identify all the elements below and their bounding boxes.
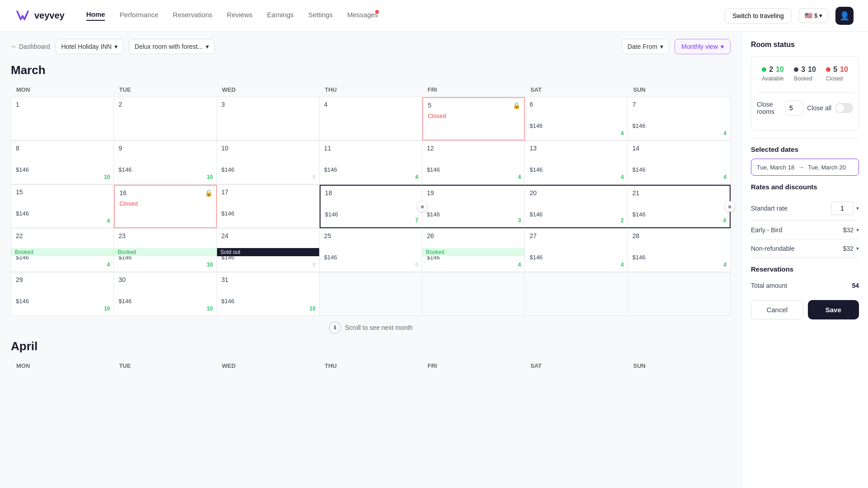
room-chevron-icon: ▾	[206, 43, 209, 50]
standard-rate-label: Standart rate	[751, 205, 788, 212]
currency-selector[interactable]: 🇺🇸 $ ▾	[799, 8, 828, 23]
user-avatar[interactable]: 👤	[835, 7, 854, 25]
dow-mon: MON	[11, 83, 113, 97]
cal-cell-23[interactable]: 23 Booked $146 10	[114, 229, 217, 272]
cal-cell-20[interactable]: 20 $146 2	[525, 185, 627, 228]
cal-cell-5[interactable]: 5 🔒 Closed	[422, 97, 525, 141]
day-num-10: 10	[222, 145, 229, 152]
cal-cell-28[interactable]: 28 $146 4	[628, 229, 731, 272]
cancel-button[interactable]: Cancel	[751, 300, 803, 319]
avail-25: 0	[415, 262, 418, 268]
date-arrow-icon: →	[798, 164, 804, 171]
status-closed: 5 10 Closed	[822, 62, 852, 85]
dow-sat: SAT	[525, 83, 627, 97]
avail-28: 4	[723, 262, 726, 268]
cal-cell-2[interactable]: 2	[114, 97, 217, 141]
booked-bar-23: Booked	[114, 248, 216, 256]
day-num-5: 5	[428, 102, 431, 109]
nav-settings[interactable]: Settings	[308, 11, 333, 20]
cal-cell-30[interactable]: 30 $146 10	[114, 272, 217, 316]
nav-reviews[interactable]: Reviews	[227, 11, 253, 20]
switch-to-traveling-button[interactable]: Switch to traveling	[725, 8, 792, 23]
dow-tue: TUE	[113, 83, 216, 97]
avail-8: 10	[104, 174, 110, 180]
cal-cell-6[interactable]: 6 $146 4	[525, 97, 627, 141]
booked-rooms: 10	[808, 66, 816, 74]
room-selector[interactable]: Delux room with forest... ▾	[129, 39, 215, 54]
cal-cell-26[interactable]: 26 Booked $146 4	[422, 229, 525, 272]
hotel-selector[interactable]: Hotel Holiday INN ▾	[56, 39, 123, 54]
standard-rate-chevron[interactable]: ▾	[856, 205, 859, 211]
avail-10: 0	[312, 174, 316, 180]
cal-cell-18[interactable]: 18 $146 7	[320, 185, 422, 228]
nav-performance[interactable]: Performance	[119, 11, 158, 20]
save-button[interactable]: Save	[808, 300, 859, 319]
cal-cell-empty3	[525, 272, 627, 316]
march-week1: 1 2 3 4 5	[11, 97, 731, 141]
logo-text: veyvey	[34, 10, 65, 21]
cal-cell-12[interactable]: 12 $146 4	[422, 141, 525, 184]
cal-cell-27[interactable]: 27 $146 4	[525, 229, 627, 272]
cal-cell-14[interactable]: 14 $146 4	[628, 141, 731, 184]
total-row: Total amount 54	[751, 278, 859, 293]
cal-cell-11[interactable]: 11 $146 4	[320, 141, 422, 184]
day-num-23: 23	[118, 232, 126, 239]
cal-cell-9[interactable]: 9 $146 10	[114, 141, 217, 184]
march-week3: 15 $146 4 16 🔒 Closed 17 $146	[11, 184, 731, 228]
drag-handle-right[interactable]: ⊕	[724, 201, 735, 212]
price-17: $146	[222, 210, 315, 217]
total-label: Total amount	[751, 282, 787, 289]
cal-cell-3[interactable]: 3	[217, 97, 320, 141]
cal-cell-1[interactable]: 1	[11, 97, 114, 141]
booked-count: 3	[801, 66, 805, 74]
avail-23: 10	[207, 262, 212, 268]
cal-cell-4[interactable]: 4	[320, 97, 422, 141]
avail-19: 3	[518, 217, 521, 224]
cal-cell-16[interactable]: 16 🔒 Closed	[114, 185, 217, 228]
nav-right: Switch to traveling 🇺🇸 $ ▾ 👤	[725, 7, 854, 25]
standard-rate-input[interactable]	[831, 202, 854, 215]
early-bird-chevron[interactable]: ▾	[856, 227, 859, 233]
price-11: $146	[324, 166, 417, 173]
day-num-6: 6	[529, 101, 533, 108]
cal-cell-22[interactable]: 22 Booked $146 4	[11, 229, 114, 272]
cal-cell-25[interactable]: 25 $146 0	[320, 229, 422, 272]
cal-cell-7[interactable]: 7 $146 4	[628, 97, 731, 141]
date-range-selector[interactable]: Tue, March 18 → Tue, March 20	[751, 159, 859, 176]
reservations-title: Reservations	[751, 265, 859, 273]
avail-14: 4	[723, 174, 726, 180]
day-num-9: 9	[118, 145, 122, 152]
cal-cell-8[interactable]: 8 $146 10	[11, 141, 114, 184]
avail-18: 7	[415, 217, 418, 224]
nav-messages[interactable]: Messages	[347, 11, 378, 20]
non-refundable-price: $32	[843, 245, 854, 252]
close-all-toggle[interactable]	[835, 103, 853, 113]
cal-cell-19[interactable]: ⊕ 19 $146 3	[422, 185, 525, 228]
cal-cell-15[interactable]: 15 $146 4	[11, 185, 114, 228]
status-available: 2 10 Available	[758, 62, 788, 85]
day-num-28: 28	[632, 232, 640, 239]
cal-cell-17[interactable]: 17 $146	[217, 185, 320, 228]
monthly-view-button[interactable]: Monthly view ▾	[675, 39, 731, 54]
date-chevron-icon: ▾	[660, 43, 663, 50]
closed-label-5: Closed	[428, 113, 519, 119]
cal-cell-21[interactable]: ⊕ 21 $146 4	[628, 185, 731, 228]
cal-cell-31[interactable]: 31 $146 10	[217, 272, 320, 316]
nav-earnings[interactable]: Earnings	[267, 11, 294, 20]
cal-cell-10[interactable]: 10 $146 0	[217, 141, 320, 184]
back-to-dashboard[interactable]: ← Dashboard	[11, 43, 50, 50]
avatar-icon: 👤	[840, 11, 849, 21]
cal-cell-24[interactable]: 24 Sold out $146 0	[217, 229, 320, 272]
close-rooms-input[interactable]	[785, 100, 803, 116]
cal-cell-29[interactable]: 29 $146 10	[11, 272, 114, 316]
available-label: Available	[762, 75, 784, 82]
logo[interactable]: veyvey	[14, 8, 65, 24]
booked-bar-26: Booked	[422, 248, 524, 256]
closed-label: Closed	[826, 75, 848, 82]
cal-cell-13[interactable]: 13 $146 4	[525, 141, 627, 184]
date-from-button[interactable]: Date From ▾	[622, 39, 669, 54]
nav-home[interactable]: Home	[86, 10, 105, 21]
nav-reservations[interactable]: Reservations	[173, 11, 212, 20]
drag-handle-left[interactable]: ⊕	[417, 201, 428, 212]
non-refundable-chevron[interactable]: ▾	[856, 245, 859, 252]
